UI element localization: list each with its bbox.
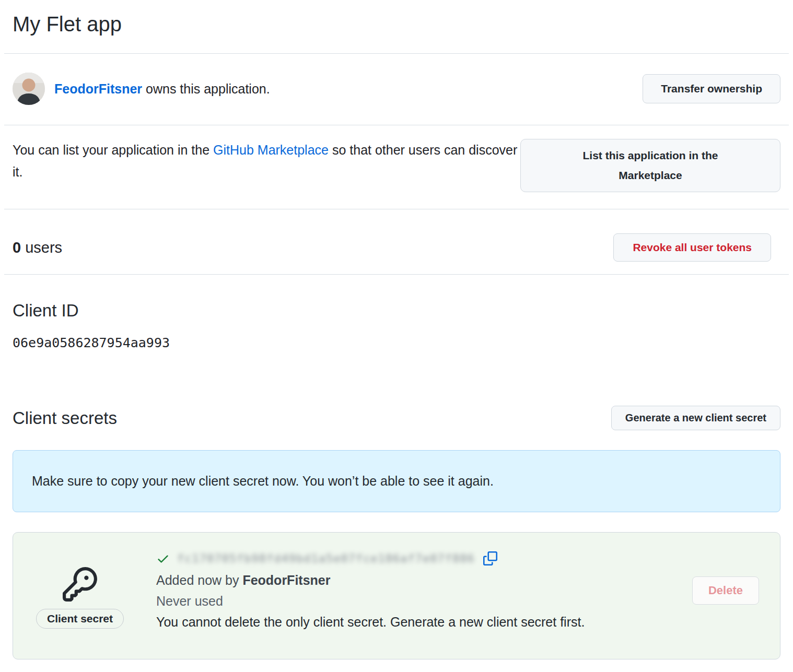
masked-client-secret: fc170705fb98fd49bd1a5e07fce186af7e07f886 [177,552,475,565]
owner-photo [13,73,45,105]
divider [4,274,789,275]
owner-section: FeodorFitsner owns this application. Tra… [13,54,780,125]
marketplace-text: You can list your application in the Git… [13,139,520,183]
users-section: 0 users Revoke all user tokens [13,209,780,274]
transfer-ownership-button[interactable]: Transfer ownership [643,74,780,103]
avatar[interactable] [13,73,45,105]
marketplace-section: You can list your application in the Git… [13,125,780,209]
client-secret-badge: Client secret [36,609,124,629]
users-count: 0 [13,239,21,256]
copy-icon[interactable] [483,551,497,565]
owner-suffix: owns this application. [142,81,270,96]
github-marketplace-link[interactable]: GitHub Marketplace [213,143,329,157]
secret-usage-line: Never used [156,594,673,609]
client-id-section: Client ID 06e9a0586287954aa993 [13,301,780,350]
key-icon [63,567,97,602]
marketplace-text-before: You can list your application in the [13,143,213,157]
copy-secret-notice-text: Make sure to copy your new client secret… [32,474,494,488]
copy-secret-notice: Make sure to copy your new client secret… [13,450,780,512]
users-count-text: 0 users [13,239,62,256]
client-secret-card: Client secret fc170705fb98fd49bd1a5e07fc… [13,532,780,659]
client-secret-identity: Client secret [34,567,126,629]
secret-value-row: fc170705fb98fd49bd1a5e07fce186af7e07f886 [156,551,673,565]
client-id-value: 06e9a0586287954aa993 [13,335,780,350]
page-title: My Flet app [13,7,780,37]
oauth-app-settings-page: My Flet app FeodorFitsner owns this appl… [0,0,793,659]
client-id-heading: Client ID [13,301,780,321]
secret-delete-note: You cannot delete the only client secret… [156,615,673,630]
revoke-all-user-tokens-button[interactable]: Revoke all user tokens [613,233,771,262]
delete-secret-button[interactable]: Delete [692,576,759,605]
client-secret-details: fc170705fb98fd49bd1a5e07fce186af7e07f886… [156,551,673,630]
client-secrets-header: Client secrets Generate a new client sec… [13,406,780,430]
users-label: users [21,239,62,256]
check-icon [156,552,170,565]
owner-text: FeodorFitsner owns this application. [54,81,270,97]
client-secrets-heading: Client secrets [13,408,117,428]
generate-client-secret-button[interactable]: Generate a new client secret [611,406,780,430]
secret-added-by: FeodorFitsner [242,573,330,587]
secret-added-line: Added now by FeodorFitsner [156,573,673,588]
list-in-marketplace-button[interactable]: List this application in the Marketplace [520,139,780,192]
owner-link[interactable]: FeodorFitsner [54,81,142,96]
secret-added-prefix: Added now by [156,573,242,587]
